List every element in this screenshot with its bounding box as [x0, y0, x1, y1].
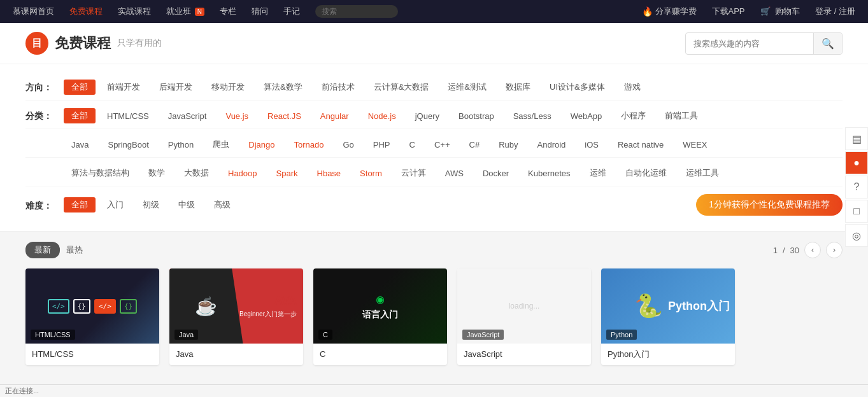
- cat-html[interactable]: HTML/CSS: [99, 109, 157, 123]
- direction-tag-ops[interactable]: 运维&测试: [440, 80, 494, 95]
- sidebar-btn-menu[interactable]: ▤: [845, 127, 868, 150]
- cat-js[interactable]: JavaScript: [160, 109, 215, 123]
- java-logo-icon: ☕: [195, 296, 217, 317]
- diff-intro[interactable]: 入门: [99, 197, 131, 212]
- cat-ruby[interactable]: Ruby: [491, 138, 525, 151]
- cat-spark[interactable]: Spark: [269, 167, 306, 180]
- share-earn-btn[interactable]: 🔥 分享赚学费: [642, 6, 697, 17]
- cat-bigdata[interactable]: 大数据: [176, 165, 217, 181]
- course-card-python[interactable]: 🐍 Python入门 Python Python入门: [601, 268, 735, 365]
- cat-springboot[interactable]: SpringBoot: [100, 138, 156, 151]
- cat-all[interactable]: 全部: [64, 108, 96, 123]
- cat-aws[interactable]: AWS: [438, 167, 471, 180]
- top-search-input[interactable]: [315, 5, 398, 18]
- card-title-c: C: [320, 349, 441, 360]
- direction-tag-mobile[interactable]: 移动开发: [204, 80, 252, 95]
- header-search-input[interactable]: [686, 34, 813, 53]
- card-info-htmlcss: HTML/CSS: [25, 344, 159, 365]
- diff-intermediate[interactable]: 中级: [171, 197, 203, 212]
- cat-webapp[interactable]: WebApp: [563, 109, 610, 123]
- cat-algo[interactable]: 算法与数据结构: [64, 165, 137, 181]
- download-app-btn[interactable]: 下载APP: [712, 6, 745, 17]
- category-label3: [25, 165, 64, 168]
- nav-notes[interactable]: 手记: [283, 6, 300, 17]
- nav-qa[interactable]: 猜问: [252, 6, 268, 17]
- course-card-htmlcss[interactable]: </> {} </> {} HTML/CSS HTML/CSS: [25, 268, 159, 365]
- direction-tag-cloud[interactable]: 云计算&大数据: [366, 80, 437, 95]
- cat-hadoop[interactable]: Hadoop: [220, 167, 265, 180]
- nav-practice[interactable]: 实战课程: [118, 6, 151, 17]
- cat-storm[interactable]: Storm: [352, 167, 390, 180]
- cat-c[interactable]: C: [402, 138, 423, 151]
- cat-bootstrap[interactable]: Bootstrap: [451, 109, 502, 123]
- diff-advanced[interactable]: 高级: [206, 197, 238, 212]
- nav-job[interactable]: 就业班 N: [166, 6, 204, 17]
- sidebar-btn-feedback[interactable]: ◎: [845, 224, 868, 247]
- cat-ops-tools[interactable]: 运维工具: [678, 165, 727, 181]
- category-tags-row2: Java SpringBoot Python 爬虫 Django Tornado…: [64, 137, 715, 152]
- direction-label: 方向：: [25, 80, 64, 94]
- html-icon-4: {}: [120, 299, 137, 314]
- personalized-recommend-btn[interactable]: 1分钟获得个性化免费课程推荐: [696, 194, 843, 216]
- diff-all[interactable]: 全部: [64, 197, 96, 212]
- cat-hbase[interactable]: Hbase: [309, 167, 349, 180]
- cat-weex[interactable]: WEEX: [675, 138, 715, 151]
- cat-jquery[interactable]: jQuery: [408, 109, 447, 123]
- nav-columns[interactable]: 专栏: [220, 6, 236, 17]
- cat-nodejs[interactable]: Node.js: [360, 109, 404, 123]
- cat-cpp[interactable]: C++: [427, 138, 458, 151]
- direction-tag-frontend[interactable]: 前端开发: [99, 80, 148, 95]
- sidebar-btn-help[interactable]: ?: [845, 176, 868, 198]
- cat-vue[interactable]: Vue.js: [218, 109, 256, 123]
- cat-k8s[interactable]: Kubernetes: [520, 167, 578, 180]
- course-card-java[interactable]: ☕ AVA Beginner入门第一步 Java Java: [169, 268, 303, 365]
- card-info-c: C: [313, 344, 447, 365]
- cat-miniapp[interactable]: 小程序: [613, 108, 653, 123]
- direction-tag-algorithm[interactable]: 算法&数学: [256, 80, 310, 95]
- direction-tag-backend[interactable]: 后端开发: [152, 80, 200, 95]
- next-page-btn[interactable]: ›: [826, 242, 843, 258]
- direction-tag-all[interactable]: 全部: [64, 80, 96, 95]
- nav-free-courses[interactable]: 免费课程: [69, 6, 103, 17]
- cat-cloud[interactable]: 云计算: [394, 165, 434, 181]
- cat-go[interactable]: Go: [335, 138, 361, 151]
- prev-page-btn[interactable]: ‹: [804, 242, 821, 258]
- cat-sass[interactable]: Sass/Less: [506, 109, 559, 123]
- logo: 目: [25, 32, 48, 55]
- cat-tornado[interactable]: Tornado: [286, 138, 331, 151]
- cat-react[interactable]: React.JS: [260, 109, 309, 123]
- direction-tag-ui[interactable]: UI设计&多媒体: [542, 80, 613, 95]
- diff-beginner[interactable]: 初级: [135, 197, 167, 212]
- cat-crawler[interactable]: 爬虫: [205, 137, 237, 152]
- cat-android[interactable]: Android: [530, 138, 574, 151]
- login-btn[interactable]: 登录 / 注册: [815, 6, 855, 17]
- cat-math[interactable]: 数学: [141, 165, 173, 181]
- header-search-button[interactable]: 🔍: [813, 33, 842, 54]
- cat-docker[interactable]: Docker: [475, 167, 516, 180]
- tab-hot[interactable]: 最热: [66, 244, 83, 256]
- cat-ops[interactable]: 运维: [582, 165, 614, 181]
- cat-auto-ops[interactable]: 自动化运维: [618, 165, 674, 181]
- cat-java[interactable]: Java: [64, 138, 96, 151]
- direction-tag-db[interactable]: 数据库: [498, 80, 538, 95]
- pagination-separator: /: [783, 246, 785, 255]
- sidebar-btn-phone[interactable]: □: [845, 200, 868, 223]
- cat-ios[interactable]: iOS: [577, 138, 606, 151]
- cat-csharp[interactable]: C#: [462, 138, 488, 151]
- direction-tag-frontier[interactable]: 前沿技术: [314, 80, 362, 95]
- tab-latest[interactable]: 最新: [25, 242, 60, 258]
- course-card-js[interactable]: loading... JavaScript JavaScript: [457, 268, 591, 365]
- nav-home[interactable]: 慕课网首页: [13, 6, 54, 17]
- sidebar-btn-notification[interactable]: ●: [845, 151, 868, 174]
- cat-django[interactable]: Django: [241, 138, 282, 151]
- category-filter-row: 分类： 全部 HTML/CSS JavaScript Vue.js React.…: [25, 103, 843, 129]
- difficulty-tags: 全部 入门 初级 中级 高级: [64, 197, 238, 212]
- cat-angular[interactable]: Angular: [313, 109, 357, 123]
- cat-react-native[interactable]: React native: [610, 138, 671, 151]
- cat-python[interactable]: Python: [160, 138, 201, 151]
- cat-php[interactable]: PHP: [366, 138, 398, 151]
- course-card-c[interactable]: ◉ 语言入门 C C: [313, 268, 447, 365]
- cat-frontend-tools[interactable]: 前端工具: [657, 108, 706, 123]
- cart-btn[interactable]: 🛒 购物车: [760, 6, 800, 17]
- direction-tag-game[interactable]: 游戏: [616, 80, 648, 95]
